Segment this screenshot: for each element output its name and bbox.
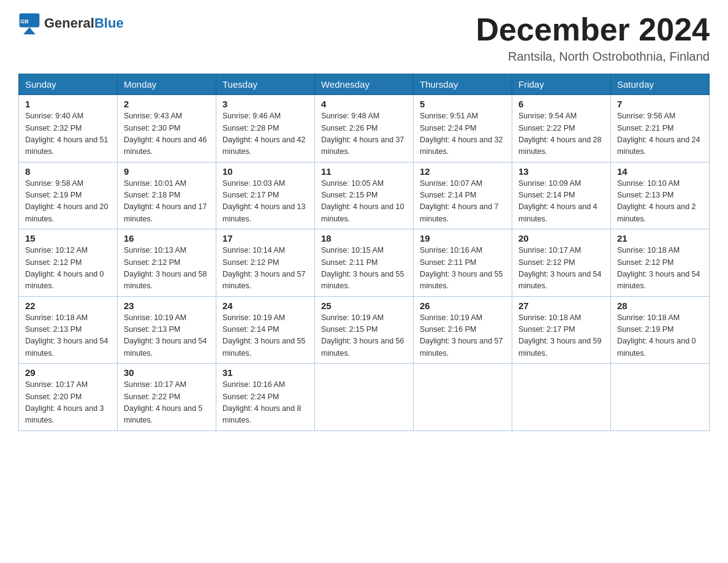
calendar-header-row: SundayMondayTuesdayWednesdayThursdayFrid… (19, 74, 710, 95)
day-number: 24 (222, 301, 308, 311)
calendar-cell: 14Sunrise: 10:10 AMSunset: 2:13 PMDaylig… (611, 162, 710, 229)
day-number: 1 (25, 99, 111, 109)
calendar-cell: 26Sunrise: 10:19 AMSunset: 2:16 PMDaylig… (414, 296, 512, 364)
calendar-cell: 22Sunrise: 10:18 AMSunset: 2:13 PMDaylig… (19, 296, 118, 364)
day-number: 18 (321, 233, 407, 243)
day-info: Sunrise: 10:18 AMSunset: 2:19 PMDaylight… (617, 312, 703, 360)
calendar-cell: 7Sunrise: 9:56 AMSunset: 2:21 PMDaylight… (611, 95, 710, 163)
day-info: Sunrise: 9:51 AMSunset: 2:24 PMDaylight:… (420, 110, 506, 158)
calendar-cell: 17Sunrise: 10:14 AMSunset: 2:12 PMDaylig… (216, 229, 315, 297)
calendar-cell: 29Sunrise: 10:17 AMSunset: 2:20 PMDaylig… (19, 364, 118, 431)
calendar-cell: 15Sunrise: 10:12 AMSunset: 2:12 PMDaylig… (19, 229, 118, 297)
day-number: 28 (617, 301, 703, 311)
calendar-cell: 6Sunrise: 9:54 AMSunset: 2:22 PMDaylight… (512, 95, 611, 163)
logo: GB GeneralBlue (18, 12, 124, 34)
day-number: 23 (124, 301, 210, 311)
calendar-cell: 12Sunrise: 10:07 AMSunset: 2:14 PMDaylig… (414, 162, 512, 229)
day-number: 19 (420, 233, 506, 243)
day-number: 13 (518, 166, 604, 177)
calendar-cell: 1Sunrise: 9:40 AMSunset: 2:32 PMDaylight… (19, 95, 118, 163)
page-header: GB GeneralBlue December 2024 Rantsila, N… (18, 12, 710, 64)
calendar-cell (414, 364, 512, 431)
header-saturday: Saturday (611, 74, 710, 95)
day-info: Sunrise: 10:03 AMSunset: 2:17 PMDaylight… (222, 178, 308, 226)
day-number: 16 (124, 233, 210, 243)
day-number: 2 (124, 99, 210, 109)
calendar-cell: 28Sunrise: 10:18 AMSunset: 2:19 PMDaylig… (611, 296, 710, 364)
day-info: Sunrise: 9:56 AMSunset: 2:21 PMDaylight:… (617, 110, 703, 158)
day-number: 25 (321, 301, 407, 311)
day-number: 20 (518, 233, 604, 243)
week-row-5: 29Sunrise: 10:17 AMSunset: 2:20 PMDaylig… (19, 364, 710, 431)
calendar-cell: 5Sunrise: 9:51 AMSunset: 2:24 PMDaylight… (414, 95, 512, 163)
day-number: 14 (617, 166, 703, 177)
day-number: 7 (617, 99, 703, 109)
day-number: 8 (25, 166, 111, 177)
calendar-cell: 3Sunrise: 9:46 AMSunset: 2:28 PMDaylight… (216, 95, 315, 163)
logo-icon: GB (18, 12, 40, 34)
day-info: Sunrise: 9:48 AMSunset: 2:26 PMDaylight:… (321, 110, 407, 158)
day-info: Sunrise: 10:15 AMSunset: 2:11 PMDaylight… (321, 245, 407, 293)
calendar-cell: 16Sunrise: 10:13 AMSunset: 2:12 PMDaylig… (118, 229, 216, 297)
day-number: 22 (25, 301, 111, 311)
calendar-cell: 27Sunrise: 10:18 AMSunset: 2:17 PMDaylig… (512, 296, 611, 364)
day-info: Sunrise: 10:16 AMSunset: 2:11 PMDaylight… (420, 245, 506, 293)
header-sunday: Sunday (19, 74, 118, 95)
day-number: 12 (420, 166, 506, 177)
header-monday: Monday (118, 74, 216, 95)
day-info: Sunrise: 9:40 AMSunset: 2:32 PMDaylight:… (25, 110, 111, 158)
header-wednesday: Wednesday (315, 74, 414, 95)
day-info: Sunrise: 10:19 AMSunset: 2:15 PMDaylight… (321, 312, 407, 360)
day-info: Sunrise: 10:19 AMSunset: 2:14 PMDaylight… (222, 312, 308, 360)
day-number: 3 (222, 99, 308, 109)
day-info: Sunrise: 10:16 AMSunset: 2:24 PMDaylight… (222, 379, 308, 427)
day-number: 31 (222, 367, 308, 378)
day-info: Sunrise: 10:14 AMSunset: 2:12 PMDaylight… (222, 245, 308, 293)
calendar-cell: 24Sunrise: 10:19 AMSunset: 2:14 PMDaylig… (216, 296, 315, 364)
day-info: Sunrise: 10:10 AMSunset: 2:13 PMDaylight… (617, 178, 703, 226)
day-info: Sunrise: 10:13 AMSunset: 2:12 PMDaylight… (124, 245, 210, 293)
day-number: 17 (222, 233, 308, 243)
calendar-cell: 2Sunrise: 9:43 AMSunset: 2:30 PMDaylight… (118, 95, 216, 163)
calendar-cell: 23Sunrise: 10:19 AMSunset: 2:13 PMDaylig… (118, 296, 216, 364)
week-row-3: 15Sunrise: 10:12 AMSunset: 2:12 PMDaylig… (19, 229, 710, 297)
calendar-table: SundayMondayTuesdayWednesdayThursdayFrid… (18, 74, 710, 431)
header-thursday: Thursday (414, 74, 512, 95)
day-info: Sunrise: 10:18 AMSunset: 2:17 PMDaylight… (518, 312, 604, 360)
day-number: 21 (617, 233, 703, 243)
calendar-cell: 20Sunrise: 10:17 AMSunset: 2:12 PMDaylig… (512, 229, 611, 297)
calendar-cell: 19Sunrise: 10:16 AMSunset: 2:11 PMDaylig… (414, 229, 512, 297)
week-row-2: 8Sunrise: 9:58 AMSunset: 2:19 PMDaylight… (19, 162, 710, 229)
day-number: 27 (518, 301, 604, 311)
day-info: Sunrise: 10:12 AMSunset: 2:12 PMDaylight… (25, 245, 111, 293)
calendar-cell: 11Sunrise: 10:05 AMSunset: 2:15 PMDaylig… (315, 162, 414, 229)
day-info: Sunrise: 10:18 AMSunset: 2:12 PMDaylight… (617, 245, 703, 293)
day-info: Sunrise: 9:58 AMSunset: 2:19 PMDaylight:… (25, 178, 111, 226)
calendar-cell: 30Sunrise: 10:17 AMSunset: 2:22 PMDaylig… (118, 364, 216, 431)
day-number: 26 (420, 301, 506, 311)
week-row-4: 22Sunrise: 10:18 AMSunset: 2:13 PMDaylig… (19, 296, 710, 364)
location: Rantsila, North Ostrobothnia, Finland (476, 50, 710, 64)
day-info: Sunrise: 10:18 AMSunset: 2:13 PMDaylight… (25, 312, 111, 360)
day-info: Sunrise: 10:01 AMSunset: 2:18 PMDaylight… (124, 178, 210, 226)
day-number: 29 (25, 367, 111, 378)
calendar-cell: 4Sunrise: 9:48 AMSunset: 2:26 PMDaylight… (315, 95, 414, 163)
day-info: Sunrise: 10:19 AMSunset: 2:13 PMDaylight… (124, 312, 210, 360)
header-tuesday: Tuesday (216, 74, 315, 95)
day-number: 15 (25, 233, 111, 243)
logo-text: GeneralBlue (44, 15, 124, 31)
day-info: Sunrise: 9:54 AMSunset: 2:22 PMDaylight:… (518, 110, 604, 158)
day-info: Sunrise: 10:19 AMSunset: 2:16 PMDaylight… (420, 312, 506, 360)
day-info: Sunrise: 10:17 AMSunset: 2:20 PMDaylight… (25, 379, 111, 427)
day-number: 11 (321, 166, 407, 177)
calendar-cell (315, 364, 414, 431)
svg-marker-1 (23, 28, 36, 34)
day-info: Sunrise: 9:43 AMSunset: 2:30 PMDaylight:… (124, 110, 210, 158)
svg-text:GB: GB (20, 18, 29, 25)
day-number: 30 (124, 367, 210, 378)
month-title: December 2024 (476, 12, 710, 47)
day-info: Sunrise: 10:09 AMSunset: 2:14 PMDaylight… (518, 178, 604, 226)
calendar-cell: 10Sunrise: 10:03 AMSunset: 2:17 PMDaylig… (216, 162, 315, 229)
day-info: Sunrise: 10:17 AMSunset: 2:22 PMDaylight… (124, 379, 210, 427)
week-row-1: 1Sunrise: 9:40 AMSunset: 2:32 PMDaylight… (19, 95, 710, 163)
